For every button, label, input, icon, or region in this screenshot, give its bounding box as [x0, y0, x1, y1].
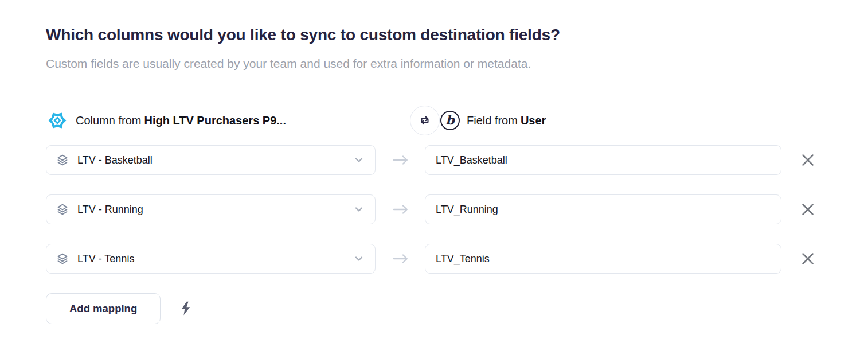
source-header-label: Column fromHigh LTV Purchasers P9...: [76, 114, 286, 127]
source-column-select[interactable]: LTV - Basketball: [46, 145, 376, 175]
destination-header-label: Field fromUser: [467, 114, 546, 127]
sync-mapping-panel: Which columns would you like to sync to …: [0, 0, 868, 324]
mapper-header-row: Column fromHigh LTV Purchasers P9... b F…: [46, 105, 834, 136]
source-column-select[interactable]: LTV - Running: [46, 194, 376, 224]
source-column-header: Column fromHigh LTV Purchasers P9...: [46, 106, 425, 135]
braze-monogram: b: [445, 114, 454, 126]
mapping-arrow: [376, 153, 425, 167]
source-column-select[interactable]: LTV - Tennis: [46, 244, 376, 274]
page-title: Which columns would you like to sync to …: [46, 26, 834, 44]
arrow-right-icon: [392, 203, 409, 216]
destination-field-input[interactable]: [425, 244, 781, 274]
source-column-value: LTV - Basketball: [77, 154, 345, 166]
mapper-footer: Add mapping: [46, 293, 834, 324]
destination-field-header: b Field fromUser: [425, 111, 781, 130]
mapping-row: LTV - Basketball: [46, 145, 834, 175]
snowflake-logo: [46, 109, 69, 132]
arrow-right-icon: [392, 252, 409, 266]
destination-field-input[interactable]: [425, 145, 781, 175]
remove-mapping-button[interactable]: [798, 150, 818, 170]
source-column-value: LTV - Tennis: [77, 253, 345, 265]
remove-mapping-button[interactable]: [798, 249, 818, 268]
remove-cell: [781, 150, 834, 170]
remove-cell: [781, 200, 834, 219]
chevron-down-icon: [353, 204, 365, 215]
close-icon: [800, 202, 815, 217]
remove-mapping-button[interactable]: [798, 200, 818, 219]
add-mapping-button[interactable]: Add mapping: [46, 293, 161, 324]
mapping-row: LTV - Running: [46, 194, 834, 224]
mapping-row: LTV - Tennis: [46, 244, 834, 274]
swap-mappings-button[interactable]: [410, 106, 440, 135]
swap-repeat-icon: [418, 114, 432, 127]
source-column-value: LTV - Running: [77, 204, 345, 216]
chevron-down-icon: [353, 154, 365, 166]
mapping-arrow: [376, 252, 425, 266]
remove-cell: [781, 249, 834, 268]
arrow-right-icon: [392, 153, 409, 167]
autofill-suggestions-button[interactable]: [178, 300, 193, 317]
close-icon: [800, 153, 815, 168]
page-subtitle: Custom fields are usually created by you…: [46, 57, 834, 71]
layers-icon: [56, 252, 69, 266]
mapping-arrow: [376, 203, 425, 216]
destination-field-input[interactable]: [425, 194, 781, 224]
braze-logo: b: [440, 111, 460, 130]
layers-icon: [56, 153, 69, 167]
layers-icon: [56, 203, 69, 216]
chevron-down-icon: [353, 253, 365, 264]
close-icon: [800, 251, 815, 266]
lightning-bolt-icon: [179, 301, 192, 316]
